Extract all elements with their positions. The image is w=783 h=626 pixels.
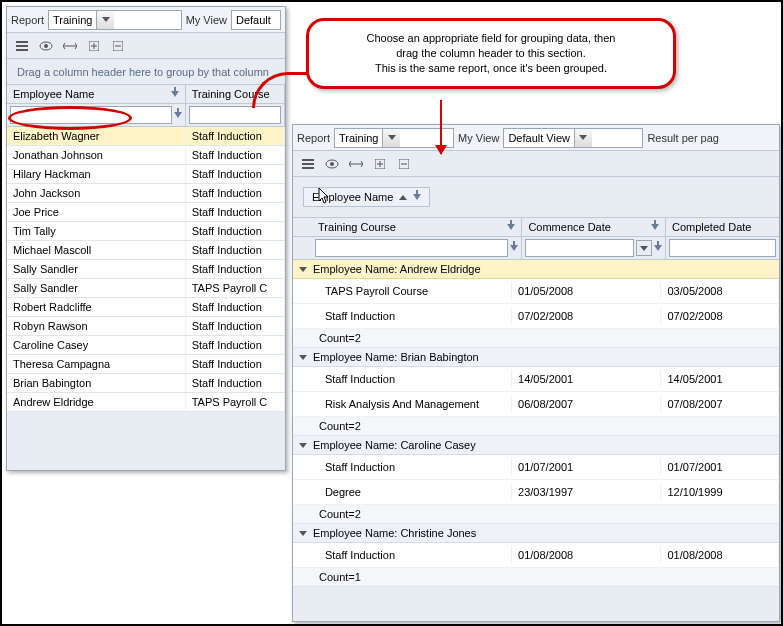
group-header[interactable]: Employee Name: Christine Jones xyxy=(293,524,779,543)
table-row[interactable]: Robyn RawsonStaff Induction xyxy=(7,317,285,336)
table-row[interactable]: Degree23/03/199712/10/1999 xyxy=(293,480,779,505)
table-row[interactable]: John JacksonStaff Induction xyxy=(7,184,285,203)
chevron-down-icon[interactable] xyxy=(299,443,307,448)
myview-combo[interactable]: Default xyxy=(231,10,281,30)
table-row[interactable]: Joe PriceStaff Induction xyxy=(7,203,285,222)
collapse-icon[interactable] xyxy=(111,39,125,53)
group-chip-area[interactable]: Employee Name xyxy=(293,177,779,218)
table-row[interactable]: Risk Analysis And Management06/08/200707… xyxy=(293,392,779,417)
group-header[interactable]: Employee Name: Brian Babington xyxy=(293,348,779,367)
callout-line2: drag the column header to this section. xyxy=(323,46,659,61)
eye-icon[interactable] xyxy=(39,39,53,53)
table-row[interactable]: Staff Induction01/08/200801/08/2008 xyxy=(293,543,779,568)
eye-icon[interactable] xyxy=(325,157,339,171)
table-row[interactable]: Hilary HackmanStaff Induction xyxy=(7,165,285,184)
col-commence-date[interactable]: Commence Date xyxy=(522,218,666,236)
filter-icon[interactable] xyxy=(171,91,179,97)
col-training-course[interactable]: Training Course xyxy=(312,218,522,236)
filter-icon[interactable] xyxy=(174,112,182,118)
group-hint-text: Drag a column header here to group by th… xyxy=(17,66,269,78)
cell-commence: 14/05/2001 xyxy=(512,370,661,388)
cell-employee: Joe Price xyxy=(7,203,186,221)
cell-course: Staff Induction xyxy=(186,146,285,164)
cell-course: Staff Induction xyxy=(186,298,285,316)
cell-employee: Robyn Rawson xyxy=(7,317,186,335)
cell-employee: Michael Mascoll xyxy=(7,241,186,259)
table-row[interactable]: Staff Induction01/07/200101/07/2001 xyxy=(293,455,779,480)
filter-icon[interactable] xyxy=(654,245,662,251)
filter-icon[interactable] xyxy=(413,194,421,200)
filter-input-course[interactable] xyxy=(315,239,508,257)
cell-completed: 07/08/2007 xyxy=(661,395,779,413)
expand-icon[interactable] xyxy=(87,39,101,53)
chevron-down-icon[interactable] xyxy=(382,129,400,147)
table-row[interactable]: Staff Induction07/02/200807/02/2008 xyxy=(293,304,779,329)
cell-commence: 01/05/2008 xyxy=(512,282,661,300)
table-row[interactable]: Sally SandlerTAPS Payroll C xyxy=(7,279,285,298)
cell-completed: 01/08/2008 xyxy=(661,546,779,564)
report-panel-ungrouped: Report Training My View Default Drag a c… xyxy=(6,6,286,471)
menu-icon[interactable] xyxy=(15,39,29,53)
chevron-down-icon[interactable] xyxy=(574,129,592,147)
table-row[interactable]: Staff Induction14/05/200114/05/2001 xyxy=(293,367,779,392)
group-header[interactable]: Employee Name: Andrew Eldridge xyxy=(293,260,779,279)
table-row[interactable]: Michael MascollStaff Induction xyxy=(7,241,285,260)
chevron-down-icon[interactable] xyxy=(299,267,307,272)
cell-course: TAPS Payroll C xyxy=(186,393,285,411)
table-row[interactable]: Robert RadcliffeStaff Induction xyxy=(7,298,285,317)
col-completed-date[interactable]: Completed Date xyxy=(666,218,779,236)
sort-asc-icon[interactable] xyxy=(399,195,407,200)
toolbar xyxy=(7,33,285,59)
instruction-callout: Choose an appropriate field for grouping… xyxy=(306,18,676,89)
group-header[interactable]: Employee Name: Caroline Casey xyxy=(293,436,779,455)
group-title: Employee Name: Christine Jones xyxy=(313,527,476,539)
chevron-down-icon[interactable] xyxy=(96,11,114,29)
collapse-icon[interactable] xyxy=(397,157,411,171)
table-row[interactable]: Sally SandlerStaff Induction xyxy=(7,260,285,279)
cell-commence: 01/08/2008 xyxy=(512,546,661,564)
callout-line1: Choose an appropriate field for grouping… xyxy=(323,31,659,46)
col-course-label: Training Course xyxy=(318,221,396,233)
table-row[interactable]: Brian BabingtonStaff Induction xyxy=(7,374,285,393)
cell-employee: Robert Radcliffe xyxy=(7,298,186,316)
cell-course: Staff Induction xyxy=(186,184,285,202)
cell-course: Staff Induction xyxy=(186,374,285,392)
chevron-down-icon[interactable] xyxy=(299,531,307,536)
grouped-rows: Employee Name: Andrew EldridgeTAPS Payro… xyxy=(293,260,779,587)
filter-input-completed[interactable] xyxy=(669,239,776,257)
chevron-down-icon[interactable] xyxy=(636,240,652,256)
report-combo[interactable]: Training xyxy=(48,10,182,30)
expand-icon[interactable] xyxy=(373,157,387,171)
table-row[interactable]: Tim TallyStaff Induction xyxy=(7,222,285,241)
table-row[interactable]: Jonathan JohnsonStaff Induction xyxy=(7,146,285,165)
cell-commence: 01/07/2001 xyxy=(512,458,661,476)
group-drop-zone[interactable]: Drag a column header here to group by th… xyxy=(7,59,285,85)
col-employee-name[interactable]: Employee Name xyxy=(7,85,186,103)
filter-icon[interactable] xyxy=(510,245,518,251)
table-row[interactable]: Theresa CampagnaStaff Induction xyxy=(7,355,285,374)
group-count: Count=1 xyxy=(293,568,779,587)
filter-input-course[interactable] xyxy=(189,106,281,124)
table-row[interactable]: Andrew EldridgeTAPS Payroll C xyxy=(7,393,285,412)
filter-input-employee[interactable] xyxy=(10,106,172,124)
cell-course: Staff Induction xyxy=(186,241,285,259)
callout-arrow xyxy=(440,100,442,154)
cell-employee: Caroline Casey xyxy=(7,336,186,354)
table-row[interactable]: Caroline CaseyStaff Induction xyxy=(7,336,285,355)
myview-combo[interactable]: Default View xyxy=(503,128,643,148)
menu-icon[interactable] xyxy=(301,157,315,171)
table-row[interactable]: Elizabeth WagnerStaff Induction xyxy=(7,127,285,146)
resize-icon[interactable] xyxy=(349,157,363,171)
resize-icon[interactable] xyxy=(63,39,77,53)
cell-course: Staff Induction xyxy=(319,370,512,388)
cell-course: Staff Induction xyxy=(186,165,285,183)
filter-icon[interactable] xyxy=(651,224,659,230)
cell-employee: Andrew Eldridge xyxy=(7,393,186,411)
cell-course: Staff Induction xyxy=(186,260,285,278)
filter-icon[interactable] xyxy=(507,224,515,230)
col-employee-label: Employee Name xyxy=(13,88,94,100)
group-count: Count=2 xyxy=(293,505,779,524)
chevron-down-icon[interactable] xyxy=(299,355,307,360)
filter-input-commence[interactable] xyxy=(525,239,634,257)
table-row[interactable]: TAPS Payroll Course01/05/200803/05/2008 xyxy=(293,279,779,304)
